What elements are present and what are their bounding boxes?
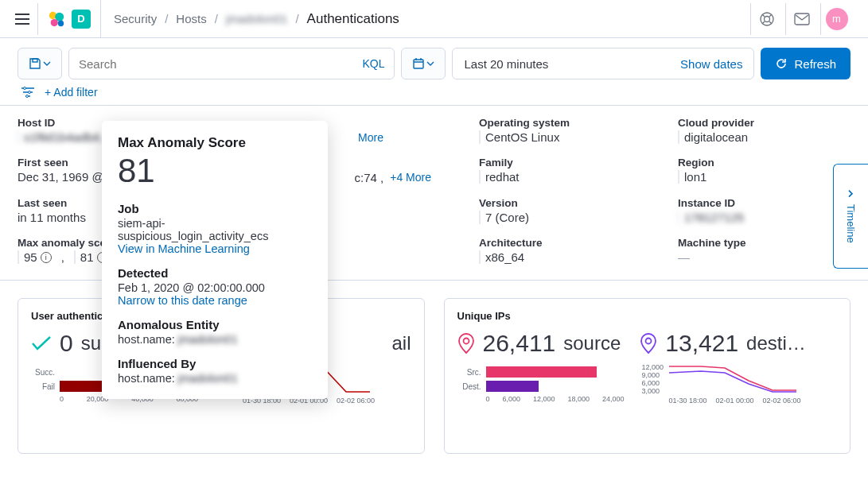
auth-success-label-partial: su bbox=[81, 332, 101, 354]
popover-entity-label: Anomalous Entity bbox=[118, 318, 312, 331]
filter-row: + Add filter bbox=[0, 86, 868, 105]
lifebuoy-icon bbox=[759, 11, 775, 27]
avatar: m bbox=[826, 8, 848, 30]
breadcrumb-hosts[interactable]: Hosts bbox=[176, 12, 206, 25]
ips-dest-metric: 13,421 desti… bbox=[640, 330, 805, 357]
auth-success-metric: 0 su bbox=[31, 330, 101, 357]
ips-source-label: source bbox=[563, 332, 621, 354]
ips-bar-src-label: Src. bbox=[457, 368, 481, 377]
calendar-icon bbox=[412, 57, 425, 70]
map-pin-icon bbox=[640, 333, 657, 354]
date-quick-button[interactable] bbox=[401, 48, 446, 79]
ips-dest-count: 13,421 bbox=[665, 330, 738, 357]
info-icon[interactable]: i bbox=[41, 252, 52, 263]
chevron-down-icon bbox=[43, 61, 51, 66]
svg-point-3 bbox=[58, 20, 64, 25]
topbar: D Security / Hosts / jmadolon01 / Authen… bbox=[0, 0, 868, 38]
user-menu-button[interactable]: m bbox=[820, 3, 852, 35]
space-badge[interactable]: D bbox=[72, 10, 91, 29]
anomaly-popover: Max Anomaly Score 81 Job siem-api-suspic… bbox=[102, 121, 328, 399]
popover-influenced-label: Influenced By bbox=[118, 357, 312, 370]
auth-success-count: 0 bbox=[60, 330, 73, 357]
saved-query-button[interactable] bbox=[18, 48, 62, 79]
breadcrumb-sep: / bbox=[295, 12, 298, 25]
query-bar: KQL Last 20 minutes Show dates Refresh bbox=[0, 38, 868, 86]
popover-detected-label: Detected bbox=[118, 266, 312, 280]
checkmark-icon bbox=[31, 335, 52, 351]
version-value[interactable]: 7 (Core) bbox=[479, 211, 529, 224]
instance-value[interactable]: 178127125 bbox=[678, 211, 744, 224]
filter-options-icon[interactable] bbox=[21, 87, 35, 98]
svg-rect-7 bbox=[33, 59, 37, 62]
popover-narrow-link[interactable]: Narrow to this date range bbox=[118, 294, 312, 307]
auth-bar-succ-label: Succ. bbox=[31, 368, 55, 377]
elastic-logo-icon bbox=[48, 10, 65, 28]
popover-influenced-value: host.name: jmadolon01 bbox=[118, 372, 312, 385]
timeline-flyout-toggle[interactable]: Timeline bbox=[833, 164, 868, 269]
breadcrumbs: Security / Hosts / jmadolon01 / Authenti… bbox=[101, 11, 750, 27]
help-button[interactable] bbox=[750, 3, 782, 35]
mac-more-link[interactable]: +4 More bbox=[390, 171, 431, 184]
os-label: Operating system bbox=[479, 117, 670, 129]
ips-source-metric: 26,411 source bbox=[457, 330, 621, 357]
show-dates-link[interactable]: Show dates bbox=[680, 57, 742, 71]
version-label: Version bbox=[479, 197, 670, 209]
svg-point-9 bbox=[24, 87, 26, 90]
breadcrumb-security[interactable]: Security bbox=[114, 12, 157, 25]
family-label: Family bbox=[479, 157, 670, 168]
ips-line-chart: 12,0009,0006,0003,000 01-30 18:0002-01 0… bbox=[642, 363, 801, 405]
arch-value[interactable]: x86_64 bbox=[479, 250, 524, 264]
popover-detected-value: Feb 1, 2020 @ 02:00:00.000 bbox=[118, 281, 312, 294]
popover-ml-link[interactable]: View in Machine Learning bbox=[118, 242, 312, 255]
refresh-button[interactable]: Refresh bbox=[761, 48, 850, 79]
region-value[interactable]: lon1 bbox=[678, 170, 706, 184]
date-range-display[interactable]: Last 20 minutes Show dates bbox=[452, 48, 754, 79]
ips-dest-label: desti… bbox=[746, 332, 806, 354]
topbar-icons: m bbox=[750, 3, 862, 35]
family-value[interactable]: redhat bbox=[479, 170, 520, 184]
save-icon bbox=[29, 57, 41, 70]
cloud-label: Cloud provider bbox=[678, 117, 868, 129]
kql-toggle[interactable]: KQL bbox=[362, 57, 384, 70]
menu-icon bbox=[15, 14, 29, 25]
svg-point-5 bbox=[764, 16, 769, 21]
anomaly-score-1[interactable]: 95 i bbox=[18, 250, 52, 264]
unique-ips-title: Unique IPs bbox=[457, 310, 838, 322]
cloud-value[interactable]: digitalocean bbox=[678, 130, 748, 144]
ips-bar-xaxis: 06,00012,00018,00024,000 bbox=[457, 395, 625, 403]
svg-rect-6 bbox=[795, 14, 809, 25]
search-box[interactable]: KQL bbox=[68, 48, 395, 79]
host-id-value[interactable]: s1f8d1b4adb4… bbox=[18, 130, 111, 144]
ips-line-xaxis: 01-30 18:0002-01 00:0002-02 06:00 bbox=[669, 397, 801, 405]
newsfeed-button[interactable] bbox=[785, 3, 817, 35]
os-value[interactable]: CentOS Linux bbox=[479, 130, 559, 144]
arch-label: Architecture bbox=[479, 237, 670, 249]
unique-ips-card: Unique IPs 26,411 source 13,421 desti… S… bbox=[444, 298, 851, 454]
breadcrumb-sep: / bbox=[165, 12, 168, 25]
refresh-icon bbox=[775, 57, 788, 70]
mail-icon bbox=[794, 13, 810, 25]
logo-block: D bbox=[38, 0, 101, 37]
ips-source-count: 26,411 bbox=[483, 330, 556, 357]
hamburger-menu-button[interactable] bbox=[6, 3, 38, 35]
svg-point-11 bbox=[26, 95, 29, 98]
breadcrumb-sep: / bbox=[215, 12, 218, 25]
chevron-down-icon bbox=[426, 61, 434, 66]
popover-title: Max Anomaly Score bbox=[118, 135, 312, 151]
search-input[interactable] bbox=[79, 57, 362, 71]
chevron-left-icon bbox=[847, 190, 855, 198]
svg-point-2 bbox=[51, 19, 58, 26]
popover-score: 81 bbox=[118, 154, 312, 188]
ips-line-svg bbox=[669, 363, 796, 395]
auth-fail-metric-partial: ail bbox=[391, 332, 411, 354]
ips-line-yaxis: 12,0009,0006,0003,000 bbox=[642, 363, 664, 392]
svg-point-10 bbox=[29, 91, 31, 94]
refresh-label: Refresh bbox=[794, 57, 836, 71]
ip-more-link[interactable]: More bbox=[358, 131, 383, 144]
unique-ips-metrics: 26,411 source 13,421 desti… bbox=[457, 330, 838, 357]
map-pin-icon bbox=[457, 333, 475, 354]
ips-bar-dest-label: Dest. bbox=[457, 382, 481, 391]
add-filter-link[interactable]: + Add filter bbox=[45, 86, 98, 99]
timeline-label: Timeline bbox=[845, 204, 857, 243]
breadcrumb-hostname[interactable]: jmadolon01 bbox=[226, 12, 288, 25]
